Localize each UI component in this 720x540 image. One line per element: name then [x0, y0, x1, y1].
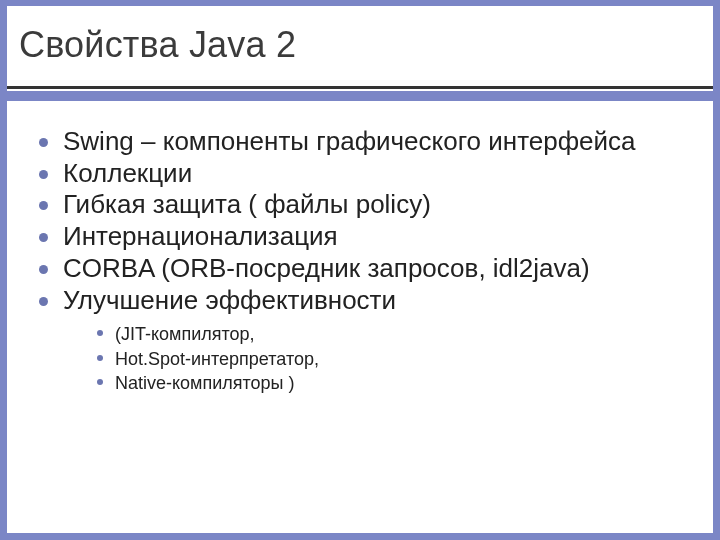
- bullet-icon: [39, 138, 48, 147]
- bullet-icon: [97, 379, 103, 385]
- list-item-text: Улучшение эффективности: [63, 285, 396, 315]
- sub-list-item: Native-компиляторы ): [95, 371, 685, 395]
- bullet-icon: [39, 233, 48, 242]
- slide-title: Свойства Java 2: [19, 24, 296, 66]
- bullet-icon: [97, 355, 103, 361]
- list-item: Коллекции: [35, 158, 685, 190]
- bullet-icon: [97, 330, 103, 336]
- bullet-icon: [39, 297, 48, 306]
- list-item-text: Интернационализация: [63, 221, 338, 251]
- list-item-text: Гибкая защита ( файлы policy): [63, 189, 431, 219]
- list-item-text: Swing – компоненты графического интерфей…: [63, 126, 636, 156]
- slide-content: Swing – компоненты графического интерфей…: [35, 126, 685, 395]
- sub-list: (JIT-компилятор, Hot.Spot-интерпретатор,…: [95, 322, 685, 395]
- bullet-icon: [39, 265, 48, 274]
- list-item-text: CORBA (ORB-посредник запросов, idl2java): [63, 253, 590, 283]
- list-item: Гибкая защита ( файлы policy): [35, 189, 685, 221]
- main-list: Swing – компоненты графического интерфей…: [35, 126, 685, 316]
- bullet-icon: [39, 201, 48, 210]
- sub-list-item-text: (JIT-компилятор,: [115, 324, 255, 344]
- sub-list-item-text: Native-компиляторы ): [115, 373, 295, 393]
- list-item: Улучшение эффективности: [35, 285, 685, 317]
- bullet-icon: [39, 170, 48, 179]
- sub-list-item: (JIT-компилятор,: [95, 322, 685, 346]
- sub-list-item-text: Hot.Spot-интерпретатор,: [115, 349, 319, 369]
- list-item-text: Коллекции: [63, 158, 192, 188]
- list-item: Интернационализация: [35, 221, 685, 253]
- sub-list-item: Hot.Spot-интерпретатор,: [95, 347, 685, 371]
- list-item: CORBA (ORB-посредник запросов, idl2java): [35, 253, 685, 285]
- list-item: Swing – компоненты графического интерфей…: [35, 126, 685, 158]
- slide: Свойства Java 2 Swing – компоненты графи…: [7, 6, 713, 533]
- title-divider: [7, 86, 713, 100]
